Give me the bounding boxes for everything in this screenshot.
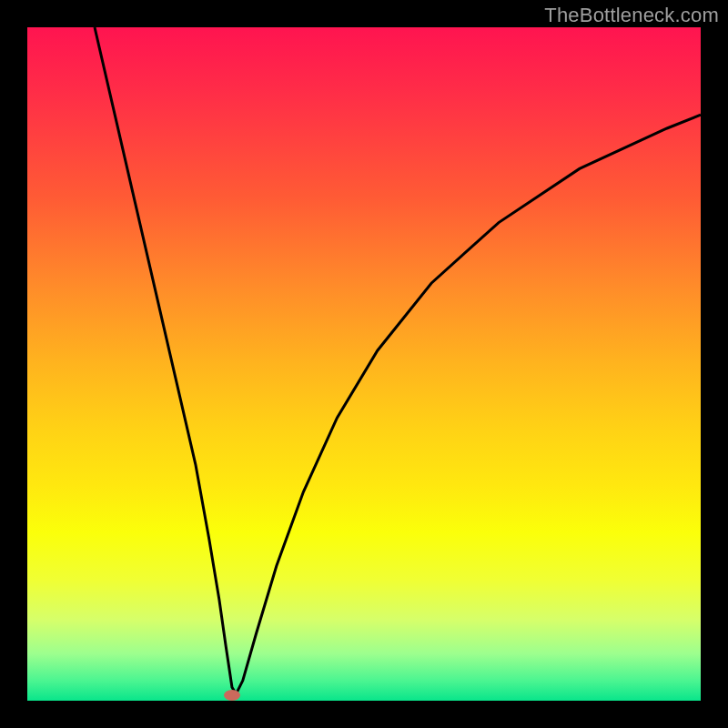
bottleneck-curve [27,27,701,701]
chart-frame: TheBottleneck.com [0,0,728,728]
chart-plot-area [27,27,701,701]
minimum-marker [224,690,240,701]
watermark-text: TheBottleneck.com [544,4,719,27]
